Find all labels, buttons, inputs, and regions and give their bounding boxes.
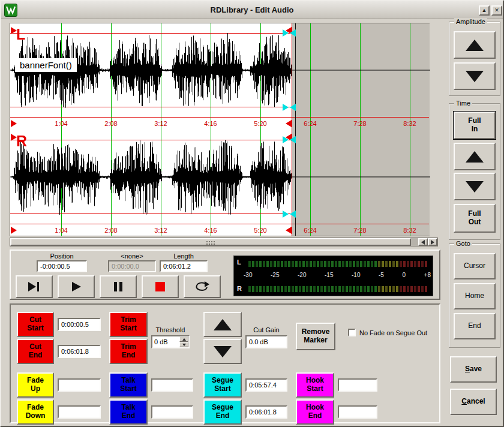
threshold-spin-down-icon[interactable] [179,342,188,347]
meter-led-segment [263,261,265,267]
meter-led-segment [364,261,366,267]
playback-cursor-line[interactable] [295,23,296,236]
segue-marker-icon[interactable] [283,211,289,218]
cut-marker-icon[interactable] [286,227,292,234]
meter-led-segment [421,286,424,292]
shade-button-icon[interactable]: ▲ [479,5,490,16]
segue-marker-icon[interactable] [290,136,296,143]
fade-up-button[interactable]: Fade Up [17,372,54,398]
loop-button[interactable] [184,275,221,298]
time-ruler-right: 1:042:083:124:165:206:247:288:32 [10,224,429,237]
stop-button[interactable] [142,275,179,298]
talk-start-button[interactable]: Talk Start [109,372,148,398]
full-out-button[interactable]: Full Out [454,204,496,233]
amplitude-legend: Amplitude [454,18,487,25]
segue-start-button[interactable]: Segue Start [203,372,242,398]
trim-end-button[interactable]: Trim End [109,339,148,364]
hook-end-field[interactable] [338,405,377,419]
counter-field [108,260,156,272]
meter-led-segment [425,261,427,267]
segue-marker-icon[interactable] [290,29,296,37]
cut-gain-field[interactable] [245,335,287,348]
meter-led-segment [277,261,280,267]
gain-down-button[interactable] [203,339,242,364]
trim-start-button[interactable]: Trim Start [109,312,148,337]
cut-marker-icon[interactable] [11,120,17,127]
cut-marker-icon[interactable] [286,120,292,127]
counter-label: <none> [108,252,156,260]
save-button[interactable]: Save [450,356,497,383]
cut-end-field[interactable] [58,345,101,358]
close-icon[interactable]: ✕ [491,5,502,16]
horizontal-scrollbar[interactable] [10,237,438,246]
talk-end-field[interactable] [151,405,193,419]
cut-start-field[interactable] [58,318,101,331]
play-button[interactable] [58,275,95,298]
no-fade-checkbox[interactable] [348,329,356,336]
meter-led-segment [360,261,362,267]
full-in-button[interactable]: Full In [454,112,496,139]
fade-down-field[interactable] [58,405,101,419]
time-zoom-in-button[interactable] [454,143,496,170]
length-field[interactable] [160,260,208,272]
hook-end-button[interactable]: Hook End [296,399,334,425]
segue-marker-icon[interactable] [283,104,289,111]
amplitude-down-button[interactable] [454,62,496,90]
talk-start-field[interactable] [151,378,193,392]
segue-start-field[interactable] [245,378,287,392]
threshold-spinbox[interactable] [151,335,190,348]
threshold-value[interactable] [152,336,179,347]
talk-end-button[interactable]: Talk End [109,399,148,425]
gain-up-button[interactable] [203,312,242,337]
hook-start-button[interactable]: Hook Start [296,372,334,398]
meter-led-segment [407,286,409,292]
fade-down-button[interactable]: Fade Down [17,399,54,425]
segue-marker-icon[interactable] [283,136,289,143]
meter-led-segment [346,261,348,267]
segue-marker-icon[interactable] [283,29,289,37]
meter-led-segment [270,286,272,292]
right-sidebar: Amplitude Time Full In Full Out Goto Cur… [443,18,504,427]
meter-led-segment [299,286,301,292]
meter-scale-label: -25 [271,272,279,280]
meter-led-segment [342,286,344,292]
segue-end-field[interactable] [245,405,287,419]
left-channel-label: L [16,26,25,43]
goto-cursor-button[interactable]: Cursor [454,253,496,279]
waveform-display[interactable]: L R bannerFont() 1:042:083:124:165:206:2… [10,23,430,236]
segue-marker-icon[interactable] [290,211,296,218]
fade-up-field[interactable] [58,378,101,392]
time-tick-label: 1:04 [47,120,76,127]
scroll-left-icon[interactable] [418,238,428,246]
position-field[interactable] [37,260,87,272]
segue-marker-icon[interactable] [290,104,296,111]
waveform-right-channel[interactable] [10,130,430,224]
goto-end-button[interactable]: End [454,313,496,339]
time-legend: Time [454,100,472,107]
pause-button[interactable] [100,275,137,298]
cut-start-button[interactable]: Cut Start [17,312,54,337]
scrollbar-thumb[interactable] [10,238,411,246]
cancel-button[interactable]: Cancel [450,389,497,415]
meter-led-segment [274,286,276,292]
cut-marker-icon[interactable] [11,227,17,234]
time-zoom-out-button[interactable] [454,173,496,200]
segue-end-button[interactable]: Segue End [203,399,242,425]
goto-home-button[interactable]: Home [454,283,496,309]
play-from-start-button[interactable] [16,275,53,298]
cut-gain-label: Cut Gain [245,326,287,333]
hook-start-field[interactable] [338,378,377,392]
time-tick-label: 8:32 [395,227,424,234]
cut-marker-icon[interactable] [11,27,17,34]
remove-marker-button[interactable]: Remove Marker [296,323,335,350]
scroll-right-icon[interactable] [428,238,437,246]
threshold-spin-up-icon[interactable] [179,336,188,342]
cut-marker-icon[interactable] [11,134,17,141]
cut-end-button[interactable]: Cut End [17,339,54,364]
cut-end-line[interactable] [292,23,292,236]
meter-strip-left [248,260,430,267]
amplitude-up-button[interactable] [454,31,496,59]
meter-led-segment [310,286,312,292]
meter-led-segment [299,261,301,267]
banner-text-overlay: bannerFont() [15,58,77,72]
